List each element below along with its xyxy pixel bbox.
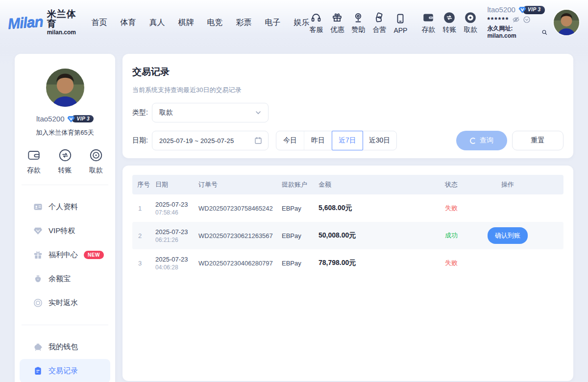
sidebar-profile: ltao5200 VIP 3 加入米兰体育第65天: [15, 69, 115, 137]
range-30days-button[interactable]: 近30日: [363, 131, 397, 150]
quick-action-withdraw[interactable]: 取款: [89, 148, 103, 175]
table-header-row: 序号 日期 订单号 提款账户 金额 状态 操作: [132, 175, 564, 194]
query-button[interactable]: 查询: [456, 131, 507, 150]
cell-amount: 5,608.00元: [318, 204, 445, 213]
date-label: 日期:: [132, 136, 152, 145]
gift-icon: [331, 11, 343, 24]
header-action-deposit[interactable]: 存款: [421, 11, 435, 34]
type-select[interactable]: 取款: [152, 103, 269, 122]
sidebar-item-label: 余额宝: [49, 274, 71, 284]
sidebar-item-vip[interactable]: VIP特权: [20, 219, 110, 243]
gift-box-icon: [33, 250, 43, 260]
cell-action: 确认到账: [501, 227, 564, 244]
nav-item-live[interactable]: 真人: [149, 18, 165, 28]
quick-action-transfer[interactable]: 转账: [58, 148, 73, 175]
sidebar-quick-actions: 存款 转账 取款: [15, 137, 115, 175]
header-action-label: 优惠: [330, 25, 344, 34]
vip-badge: VIP 3: [518, 6, 545, 14]
header-action-transfer[interactable]: 转账: [442, 11, 456, 34]
sidebar-item-label: VIP特权: [49, 226, 75, 236]
magnifier-icon[interactable]: [541, 28, 548, 36]
sidebar-item-rebate[interactable]: 实时返水: [20, 291, 110, 315]
header-action-label: 取款: [464, 25, 477, 34]
cell-amount: 50,008.00元: [318, 231, 445, 240]
sidebar-item-label: 交易记录: [49, 366, 78, 376]
sidebar-item-label: 个人资料: [49, 202, 78, 212]
profile-avatar[interactable]: [46, 69, 84, 107]
records-table-panel: 序号 日期 订单号 提款账户 金额 状态 操作 1 2025-07-23 07:…: [122, 166, 573, 381]
header-action-label: 客服: [309, 25, 323, 34]
header-action-partner[interactable]: 合营: [372, 11, 386, 34]
id-card-icon: [33, 202, 43, 212]
money-pot-icon: [33, 274, 43, 284]
nav-item-home[interactable]: 首页: [91, 18, 107, 28]
cell-index: 1: [132, 205, 155, 212]
profile-joined-days: 加入米兰体育第65天: [36, 128, 94, 137]
quick-action-deposit[interactable]: 存款: [26, 148, 41, 175]
header-action-label: 转账: [442, 25, 456, 34]
header-action-withdraw[interactable]: 取款: [464, 11, 477, 34]
type-filter-row: 类型: 取款: [132, 103, 564, 122]
sidebar-item-profile[interactable]: 个人资料: [20, 195, 110, 219]
nav-item-cards[interactable]: 棋牌: [178, 18, 194, 28]
masked-balance: ******: [487, 16, 509, 24]
eye-off-icon[interactable]: [512, 16, 520, 24]
range-today-button[interactable]: 今日: [276, 131, 304, 150]
main-nav: 首页 体育 真人 棋牌 电竞 彩票 电子 娱乐: [91, 18, 309, 28]
quick-action-label: 存款: [27, 166, 41, 175]
withdraw-icon: [464, 11, 477, 24]
date-range-value: 2025-07-19 ~ 2025-07-25: [159, 137, 254, 144]
col-header-account: 提款账户: [282, 180, 318, 189]
range-yesterday-button[interactable]: 昨日: [304, 131, 332, 150]
cell-index: 2: [132, 232, 155, 239]
header-action-app[interactable]: APP: [393, 12, 407, 34]
vip-diamond-icon: [518, 6, 526, 14]
chevron-circle-icon[interactable]: [523, 16, 531, 24]
col-header-index: 序号: [132, 180, 155, 189]
loading-spinner-icon: [470, 138, 476, 144]
date-range-input[interactable]: 2025-07-19 ~ 2025-07-25: [152, 131, 269, 150]
cell-datetime: 2025-07-23 06:21:26: [155, 228, 198, 243]
table-row: 1 2025-07-23 07:58:46 WD2025072307584652…: [132, 194, 564, 222]
header-action-promo[interactable]: 优惠: [330, 11, 344, 34]
sidebar-item-label: 福利中心: [49, 250, 78, 260]
quick-action-label: 取款: [89, 166, 103, 175]
range-7days-button[interactable]: 近7日: [332, 131, 363, 150]
rebate-coin-icon: [33, 298, 43, 308]
top-header: Milan 米兰体育 milan.com 首页 体育 真人 棋牌 电竞 彩票 电…: [0, 0, 588, 45]
header-actions: 客服 优惠 赞助 合营 APP: [309, 11, 477, 34]
brand-logo[interactable]: Milan 米兰体育 milan.com: [8, 9, 78, 36]
sidebar-item-transactions[interactable]: 交易记录: [20, 359, 110, 382]
sidebar-item-welfare[interactable]: 福利中心 NEW: [20, 243, 110, 267]
table-row: 3 2025-07-23 04:06:28 WD2025072304062807…: [132, 249, 564, 277]
cell-time: 07:58:46: [155, 209, 198, 216]
nav-item-entertainment[interactable]: 娱乐: [294, 18, 309, 28]
username[interactable]: ltao5200: [487, 5, 515, 15]
nav-item-esports[interactable]: 电竞: [207, 18, 222, 28]
nav-item-lottery[interactable]: 彩票: [236, 18, 251, 28]
header-action-sponsor[interactable]: 赞助: [351, 11, 365, 34]
avatar[interactable]: [554, 10, 579, 35]
confirm-receipt-button[interactable]: 确认到账: [488, 227, 528, 244]
filter-panel: 交易记录 当前系统支持查询最近30日的交易记录 类型: 取款 日期: 2025-…: [122, 54, 573, 158]
sidebar-item-yuebao[interactable]: 余额宝: [20, 267, 110, 291]
header-action-label: 赞助: [351, 25, 365, 34]
sidebar-item-wallet[interactable]: 我的钱包: [20, 335, 110, 359]
cell-time: 04:06:28: [155, 264, 198, 271]
sidebar-divider: [22, 325, 108, 325]
cell-order-number: WD202507230758465242: [198, 205, 282, 212]
reset-button[interactable]: 重置: [512, 131, 564, 150]
header-action-service[interactable]: 客服: [309, 11, 323, 34]
col-header-date: 日期: [155, 180, 198, 189]
sidebar-item-label: 我的钱包: [49, 342, 78, 352]
page-title: 交易记录: [132, 66, 564, 78]
nav-item-slots[interactable]: 电子: [265, 18, 280, 28]
transaction-record-icon: [33, 366, 43, 376]
col-header-action: 操作: [501, 180, 564, 189]
chevron-down-icon: [254, 109, 262, 117]
nav-item-sports[interactable]: 体育: [120, 18, 136, 28]
cell-datetime: 2025-07-23 07:58:46: [155, 201, 198, 216]
type-label: 类型:: [132, 108, 152, 117]
piggy-bank-icon: [33, 342, 43, 352]
cell-date: 2025-07-23: [155, 201, 198, 208]
